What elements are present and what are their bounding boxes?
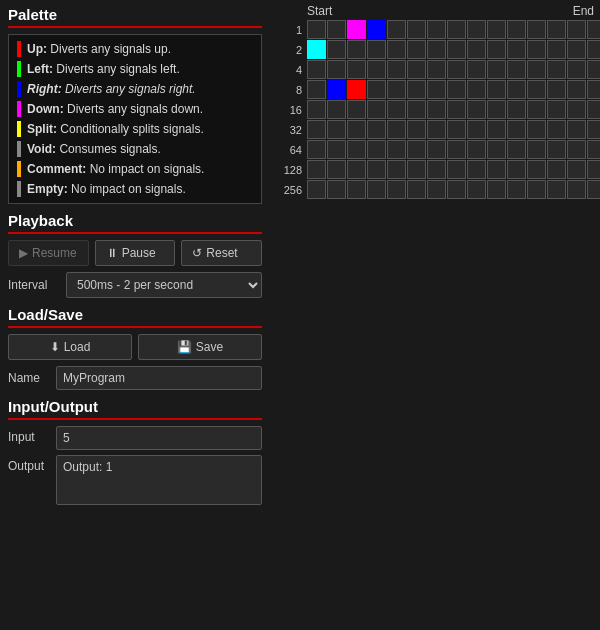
grid-cell-3-14[interactable] [587, 80, 600, 99]
load-button[interactable]: ⬇ Load [8, 334, 132, 360]
grid-cell-6-1[interactable] [327, 140, 346, 159]
grid-cell-2-4[interactable] [387, 60, 406, 79]
grid-cell-0-1[interactable] [327, 20, 346, 39]
grid-cell-0-2[interactable] [347, 20, 366, 39]
palette-item-2[interactable]: Right: Diverts any signals right. [17, 81, 253, 97]
grid-cell-5-7[interactable] [447, 120, 466, 139]
grid-cell-4-12[interactable] [547, 100, 566, 119]
grid-cell-6-10[interactable] [507, 140, 526, 159]
grid-cell-2-12[interactable] [547, 60, 566, 79]
grid-cell-7-2[interactable] [347, 160, 366, 179]
grid-cell-3-1[interactable] [327, 80, 346, 99]
grid-cell-0-8[interactable] [467, 20, 486, 39]
grid-cell-3-10[interactable] [507, 80, 526, 99]
grid-cell-5-2[interactable] [347, 120, 366, 139]
input-field[interactable] [56, 426, 262, 450]
palette-item-6[interactable]: Comment: No impact on signals. [17, 161, 253, 177]
grid-cell-8-2[interactable] [347, 180, 366, 199]
grid-cell-2-5[interactable] [407, 60, 426, 79]
grid-cell-0-6[interactable] [427, 20, 446, 39]
grid-cell-4-11[interactable] [527, 100, 546, 119]
grid-cell-8-6[interactable] [427, 180, 446, 199]
palette-item-4[interactable]: Split: Conditionally splits signals. [17, 121, 253, 137]
grid-cell-1-9[interactable] [487, 40, 506, 59]
reset-button[interactable]: ↺ Reset [181, 240, 262, 266]
grid-cell-6-8[interactable] [467, 140, 486, 159]
grid-cell-7-3[interactable] [367, 160, 386, 179]
grid-cell-1-3[interactable] [367, 40, 386, 59]
grid-cell-7-12[interactable] [547, 160, 566, 179]
grid-cell-7-6[interactable] [427, 160, 446, 179]
grid-cell-4-14[interactable] [587, 100, 600, 119]
grid-cell-3-3[interactable] [367, 80, 386, 99]
grid-cell-5-6[interactable] [427, 120, 446, 139]
grid-cell-2-9[interactable] [487, 60, 506, 79]
palette-item-7[interactable]: Empty: No impact on signals. [17, 181, 253, 197]
grid-cell-3-6[interactable] [427, 80, 446, 99]
palette-item-1[interactable]: Left: Diverts any signals left. [17, 61, 253, 77]
grid-cell-6-0[interactable] [307, 140, 326, 159]
grid-cell-3-7[interactable] [447, 80, 466, 99]
grid-cell-8-8[interactable] [467, 180, 486, 199]
grid-cell-3-8[interactable] [467, 80, 486, 99]
grid-cell-5-11[interactable] [527, 120, 546, 139]
grid-cell-5-5[interactable] [407, 120, 426, 139]
grid-cell-6-12[interactable] [547, 140, 566, 159]
grid-cell-5-8[interactable] [467, 120, 486, 139]
grid-cell-1-0[interactable] [307, 40, 326, 59]
grid-cell-2-11[interactable] [527, 60, 546, 79]
grid-cell-3-4[interactable] [387, 80, 406, 99]
grid-cell-8-5[interactable] [407, 180, 426, 199]
grid-cell-2-3[interactable] [367, 60, 386, 79]
grid-cell-5-3[interactable] [367, 120, 386, 139]
grid-cell-3-5[interactable] [407, 80, 426, 99]
grid-cell-2-10[interactable] [507, 60, 526, 79]
palette-item-3[interactable]: Down: Diverts any signals down. [17, 101, 253, 117]
grid-cell-0-7[interactable] [447, 20, 466, 39]
grid-cell-7-8[interactable] [467, 160, 486, 179]
grid-cell-0-13[interactable] [567, 20, 586, 39]
grid-cell-0-4[interactable] [387, 20, 406, 39]
palette-item-0[interactable]: Up: Diverts any signals up. [17, 41, 253, 57]
grid-cell-6-2[interactable] [347, 140, 366, 159]
grid-cell-4-1[interactable] [327, 100, 346, 119]
grid-cell-8-14[interactable] [587, 180, 600, 199]
grid-cell-1-5[interactable] [407, 40, 426, 59]
grid-cell-6-4[interactable] [387, 140, 406, 159]
grid-cell-0-3[interactable] [367, 20, 386, 39]
grid-cell-5-9[interactable] [487, 120, 506, 139]
grid-cell-2-1[interactable] [327, 60, 346, 79]
grid-cell-2-13[interactable] [567, 60, 586, 79]
grid-cell-1-8[interactable] [467, 40, 486, 59]
grid-cell-2-7[interactable] [447, 60, 466, 79]
grid-cell-4-8[interactable] [467, 100, 486, 119]
grid-cell-8-7[interactable] [447, 180, 466, 199]
grid-cell-1-2[interactable] [347, 40, 366, 59]
grid-cell-0-9[interactable] [487, 20, 506, 39]
grid-cell-5-4[interactable] [387, 120, 406, 139]
grid-cell-8-13[interactable] [567, 180, 586, 199]
grid-cell-0-10[interactable] [507, 20, 526, 39]
grid-cell-8-1[interactable] [327, 180, 346, 199]
grid-cell-6-13[interactable] [567, 140, 586, 159]
grid-cell-8-12[interactable] [547, 180, 566, 199]
grid-cell-3-0[interactable] [307, 80, 326, 99]
grid-cell-2-2[interactable] [347, 60, 366, 79]
grid-cell-7-9[interactable] [487, 160, 506, 179]
grid-cell-4-7[interactable] [447, 100, 466, 119]
resume-button[interactable]: ▶ Resume [8, 240, 89, 266]
palette-item-5[interactable]: Void: Consumes signals. [17, 141, 253, 157]
grid-cell-6-3[interactable] [367, 140, 386, 159]
grid-cell-4-2[interactable] [347, 100, 366, 119]
grid-cell-7-1[interactable] [327, 160, 346, 179]
grid-cell-7-5[interactable] [407, 160, 426, 179]
grid-cell-0-5[interactable] [407, 20, 426, 39]
pause-button[interactable]: ⏸ Pause [95, 240, 176, 266]
grid-cell-8-10[interactable] [507, 180, 526, 199]
grid-cell-4-6[interactable] [427, 100, 446, 119]
grid-cell-1-12[interactable] [547, 40, 566, 59]
save-button[interactable]: 💾 Save [138, 334, 262, 360]
grid-cell-1-4[interactable] [387, 40, 406, 59]
grid-cell-7-14[interactable] [587, 160, 600, 179]
grid-cell-5-14[interactable] [587, 120, 600, 139]
